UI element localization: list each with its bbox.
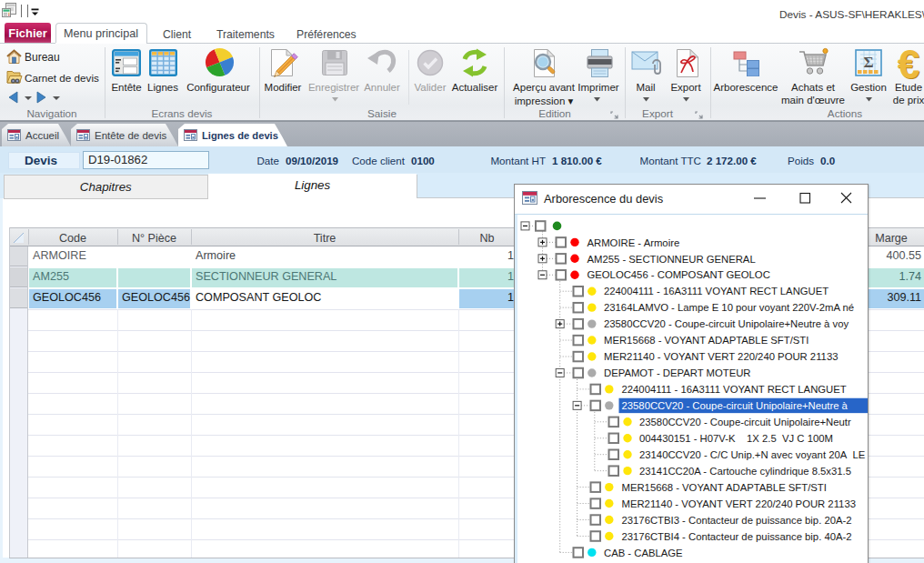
svg-text:23580CCV20 - Coupe-circuit Uni: 23580CCV20 - Coupe-circuit Unipolaire+Ne… — [639, 417, 851, 427]
svg-text:MER21140 - VOYANT VERT 220/240: MER21140 - VOYANT VERT 220/240 POUR 2113… — [604, 351, 838, 362]
svg-text:Σ: Σ — [863, 54, 873, 71]
svg-text:23580CCV20 - Coupe-circuit Uni: 23580CCV20 - Coupe-circuit Unipolaire+Ne… — [622, 400, 849, 411]
svg-text:MER15668 - VOYANT ADAPTABLE SF: MER15668 - VOYANT ADAPTABLE SFT/STI — [604, 335, 808, 346]
svg-text:23176CTBI3 - Contacteur de pui: 23176CTBI3 - Contacteur de puissance bip… — [622, 515, 852, 526]
svg-text:23141CC20A - Cartouche cylindr: 23141CC20A - Cartouche cylindrique 8.5x3… — [639, 466, 851, 477]
svg-text:23580CCV20 - Coupe-circuit Uni: 23580CCV20 - Coupe-circuit Unipolaire+Ne… — [604, 318, 849, 329]
svg-text:MER15668 - VOYANT ADAPTABLE SF: MER15668 - VOYANT ADAPTABLE SFT/STI — [622, 482, 827, 493]
svg-text:DEPAMOT - DEPART MOTEUR: DEPAMOT - DEPART MOTEUR — [604, 367, 751, 378]
svg-text:AM255 - SECTIONNEUR GENERAL: AM255 - SECTIONNEUR GENERAL — [588, 254, 756, 265]
svg-text:ARMOIRE - Armoire: ARMOIRE - Armoire — [588, 237, 680, 248]
svg-text:004430151 - H07V-K 1X 2.5: 004430151 - H07V-K 1X 2.5 VJ C 100M — [639, 433, 833, 444]
svg-text:23140CCV20 - C/C Unip.+N avec: 23140CCV20 - C/C Unip.+N avec voyant 20A… — [639, 449, 866, 460]
svg-text:MER21140 - VOYANT VERT 220/240: MER21140 - VOYANT VERT 220/240 POUR 2113… — [622, 498, 856, 509]
svg-text:GEOLOC456 - COMPOSANT GEOLOC: GEOLOC456 - COMPOSANT GEOLOC — [588, 269, 770, 280]
svg-text:23176CTBI4 - Contacteur de pui: 23176CTBI4 - Contacteur de puissance bip… — [622, 531, 852, 542]
svg-text:224004111 - 16A3111 VOYANT REC: 224004111 - 16A3111 VOYANT RECT LANGUET — [622, 384, 847, 395]
svg-text:224004111 - 16A3111 VOYANT REC: 224004111 - 16A3111 VOYANT RECT LANGUET — [604, 286, 829, 297]
svg-text:CAB - CABLAGE: CAB - CABLAGE — [604, 548, 683, 558]
svg-text:23164LAMVO - Lampe E 10 pour v: 23164LAMVO - Lampe E 10 pour voyant 220V… — [604, 302, 854, 313]
